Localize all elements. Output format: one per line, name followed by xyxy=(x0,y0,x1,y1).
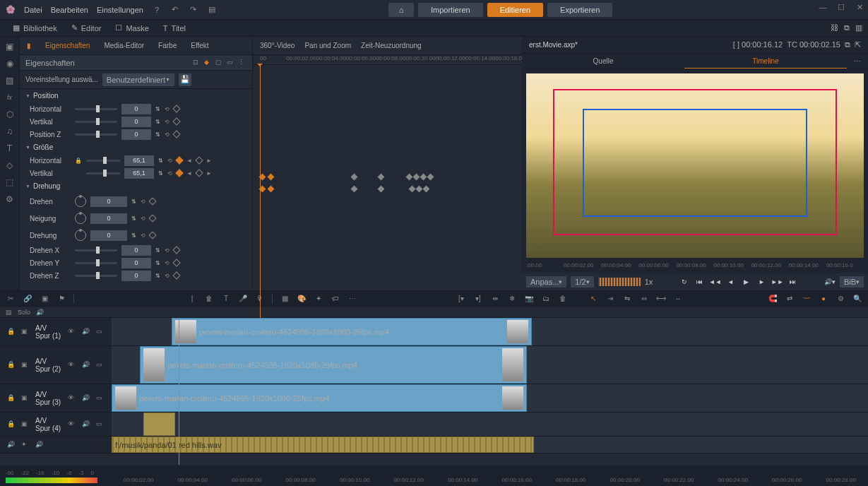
redo-icon[interactable]: ↷ xyxy=(189,5,198,15)
goto-end-icon[interactable]: ⏭ xyxy=(787,276,799,288)
dial-rot2[interactable] xyxy=(75,230,86,241)
fx-icon[interactable]: ✦ xyxy=(21,441,30,449)
tool-voice-icon[interactable]: 🎤 xyxy=(238,294,248,304)
kf-size-v[interactable] xyxy=(175,169,183,177)
link-icon[interactable]: ⛓ xyxy=(831,23,838,32)
group-rotation[interactable]: Drehung xyxy=(25,182,246,190)
proptab-media[interactable]: Media-Editor xyxy=(97,37,151,55)
editor-tab[interactable]: ✎Editor xyxy=(64,20,109,37)
tool-fx-icon[interactable]: fx xyxy=(4,92,16,103)
speaker-icon[interactable]: 🔊 xyxy=(82,361,90,369)
keyframe-marker[interactable] xyxy=(427,174,434,181)
source-tab[interactable]: Quelle xyxy=(522,54,684,69)
marker-clip[interactable] xyxy=(143,413,175,436)
proptab-props[interactable]: Eigenschaften xyxy=(38,37,97,55)
spin-rot[interactable]: 0 xyxy=(90,196,127,207)
kf-size-h[interactable] xyxy=(175,156,183,164)
spin-pos-h[interactable]: 0 xyxy=(121,104,151,114)
dial-rotate[interactable] xyxy=(75,196,86,207)
stepper-icon[interactable]: ⇅ xyxy=(158,170,163,177)
eye-icon[interactable]: 👁 xyxy=(68,361,76,369)
tool-settings-icon[interactable]: ⚙ xyxy=(836,294,845,304)
group-size[interactable]: Größe xyxy=(25,143,246,151)
video-viewer[interactable] xyxy=(526,73,864,258)
kf-playhead[interactable] xyxy=(260,65,261,319)
keyframe-marker[interactable] xyxy=(268,174,275,181)
minimize-icon[interactable]: — xyxy=(817,3,828,12)
tool-project-icon[interactable]: ◉ xyxy=(4,58,16,69)
reset-prop-icon[interactable]: ⟲ xyxy=(165,260,170,266)
video-icon[interactable]: ▣ xyxy=(21,361,30,369)
kf-rot[interactable] xyxy=(148,197,156,205)
kf-pos-v[interactable] xyxy=(172,117,180,125)
close-icon[interactable]: ✕ xyxy=(854,3,865,12)
proptab-360[interactable]: 360°-Video xyxy=(260,42,295,49)
proptab-color[interactable]: Farbe xyxy=(151,37,184,55)
monitor-icon[interactable]: ▭ xyxy=(96,420,105,429)
clip[interactable]: pexels-marian-croitoru-4524595-1920x1080… xyxy=(172,318,532,345)
reset-prop-icon[interactable]: ⟲ xyxy=(141,232,145,239)
track-body-3[interactable] xyxy=(112,413,868,436)
menu-edit[interactable]: Bearbeiten xyxy=(51,6,88,14)
spin-size-h[interactable]: 65,1 xyxy=(124,155,154,166)
kf-add[interactable] xyxy=(195,156,203,164)
kf-tilt[interactable] xyxy=(148,214,156,222)
tool-bin-icon[interactable]: 🗂 xyxy=(541,294,551,304)
stepper-icon[interactable]: ⇅ xyxy=(131,215,136,222)
track-body-2[interactable]: pexels-marian-croitoru-4524595-1920x1080… xyxy=(112,384,868,412)
menu-file[interactable]: Datei xyxy=(24,6,42,14)
monitor-icon[interactable]: ▭ xyxy=(96,328,105,336)
tool-misc-icon[interactable]: ⚙ xyxy=(4,194,16,205)
volume-icon[interactable]: 🔊▾ xyxy=(824,276,836,288)
kf-add[interactable] xyxy=(195,169,203,177)
spin-pos-z[interactable]: 0 xyxy=(121,129,151,140)
lock-icon[interactable]: 🔒 xyxy=(7,394,16,403)
next-frame-icon[interactable]: ►► xyxy=(772,276,783,288)
lock-icon[interactable]: 🔒 xyxy=(75,158,82,164)
reset-prop-icon[interactable]: ⟲ xyxy=(165,131,170,138)
tool-transitions-icon[interactable]: ▧ xyxy=(4,75,16,86)
tool-audio-icon[interactable]: ♫ xyxy=(4,126,16,137)
eye-icon[interactable]: 👁 xyxy=(68,328,76,336)
spin-tilt[interactable]: 0 xyxy=(90,213,127,224)
menu-settings[interactable]: Einstellungen xyxy=(97,6,143,14)
tool-snapshot-icon[interactable]: 📷 xyxy=(524,294,534,304)
undo-icon[interactable]: ↶ xyxy=(170,5,180,15)
keyframe-marker[interactable] xyxy=(423,186,430,193)
proptab-orange-icon[interactable]: ▮ xyxy=(20,37,38,55)
reset-prop-icon[interactable]: ⟲ xyxy=(167,158,172,164)
preset-save-button[interactable]: 💾 xyxy=(179,73,191,86)
image-icon[interactable]: ▭ xyxy=(227,59,235,67)
reset-icon[interactable]: ▢ xyxy=(215,59,224,67)
import-tab[interactable]: Importieren xyxy=(418,3,483,17)
eye-icon[interactable]: 👁 xyxy=(68,394,76,403)
play-icon[interactable]: ▶ xyxy=(741,276,752,288)
prev-kf-icon[interactable]: ◄ xyxy=(186,170,192,177)
eye-icon[interactable]: 👁 xyxy=(68,420,76,429)
title-tab[interactable]: TTitel xyxy=(156,20,193,37)
clip[interactable]: pexels-marian-croitoru-4524595-1920x1080… xyxy=(140,346,527,384)
keyframe-marker[interactable] xyxy=(420,174,427,181)
monitor-icon[interactable]: ▭ xyxy=(96,394,105,403)
tool-arrow-icon[interactable]: ↖ xyxy=(588,294,598,304)
tab-more-icon[interactable]: ⋯ xyxy=(847,54,868,69)
tool-del-icon[interactable]: 🗑 xyxy=(558,294,568,304)
reset-prop-icon[interactable]: ⟲ xyxy=(165,247,170,254)
menu-icon[interactable]: ⋮ xyxy=(238,59,246,67)
tool-record-icon[interactable]: ● xyxy=(819,294,828,304)
reset-prop-icon[interactable]: ⟲ xyxy=(165,106,170,112)
tool-zoom-icon[interactable]: 🔍 xyxy=(852,294,862,304)
tool-corrections-icon[interactable]: ⬡ xyxy=(4,109,16,120)
view-mode-select[interactable]: BiB ▾ xyxy=(840,276,864,288)
stepper-icon[interactable]: ⇅ xyxy=(155,131,160,138)
reset-prop-icon[interactable]: ⟲ xyxy=(141,198,145,205)
video-icon[interactable]: ▣ xyxy=(21,394,30,403)
tool-wave-icon[interactable]: 〰 xyxy=(802,294,811,304)
group-position[interactable]: Position xyxy=(25,92,246,100)
lock-icon[interactable]: 🔒 xyxy=(7,361,16,369)
tool-roll-icon[interactable]: ⟷ xyxy=(656,294,666,304)
keyframe-marker[interactable] xyxy=(351,186,358,193)
timeline-tab[interactable]: Timeline xyxy=(684,54,847,69)
tool-3d-icon[interactable]: ⬚ xyxy=(4,177,16,188)
reset-prop-icon[interactable]: ⟲ xyxy=(167,170,172,177)
